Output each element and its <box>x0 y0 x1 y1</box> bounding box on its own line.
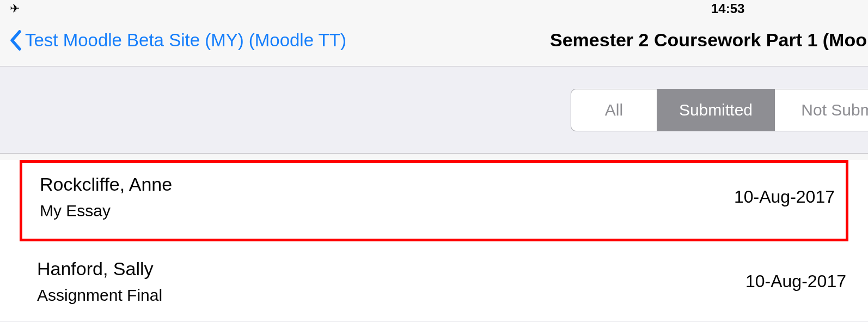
submission-row[interactable]: Rockcliffe, Anne My Essay 10-Aug-2017 <box>20 160 848 241</box>
filter-segmented-control: All Submitted Not Subm <box>571 89 868 131</box>
back-button[interactable]: Test Moodle Beta Site (MY) (Moodle TT) <box>10 30 346 51</box>
submission-list: Rockcliffe, Anne My Essay 10-Aug-2017 Ha… <box>0 160 868 322</box>
student-name: Rockcliffe, Anne <box>40 174 172 195</box>
page-title: Semester 2 Coursework Part 1 (Moo <box>550 29 867 51</box>
chevron-left-icon <box>10 30 22 51</box>
submission-info: Hanford, Sally Assignment Final <box>37 258 162 305</box>
filter-bar: All Submitted Not Subm <box>0 66 868 154</box>
submission-file: Assignment Final <box>37 286 162 305</box>
filter-segment-all[interactable]: All <box>571 89 657 131</box>
submission-file: My Essay <box>40 202 172 220</box>
submission-info: Rockcliffe, Anne My Essay <box>40 174 172 220</box>
submission-date: 10-Aug-2017 <box>734 187 835 207</box>
status-time: 14:53 <box>711 1 744 16</box>
submission-row[interactable]: Hanford, Sally Assignment Final 10-Aug-2… <box>0 241 868 322</box>
status-bar: ✈ 14:53 <box>0 0 868 17</box>
submission-date: 10-Aug-2017 <box>745 271 846 291</box>
back-label: Test Moodle Beta Site (MY) (Moodle TT) <box>25 30 346 51</box>
student-name: Hanford, Sally <box>37 258 162 280</box>
navigation-bar: Test Moodle Beta Site (MY) (Moodle TT) S… <box>0 17 868 66</box>
filter-segment-not-submitted[interactable]: Not Subm <box>775 89 868 131</box>
filter-segment-submitted[interactable]: Submitted <box>657 89 775 131</box>
airplane-mode-icon: ✈ <box>10 3 20 15</box>
